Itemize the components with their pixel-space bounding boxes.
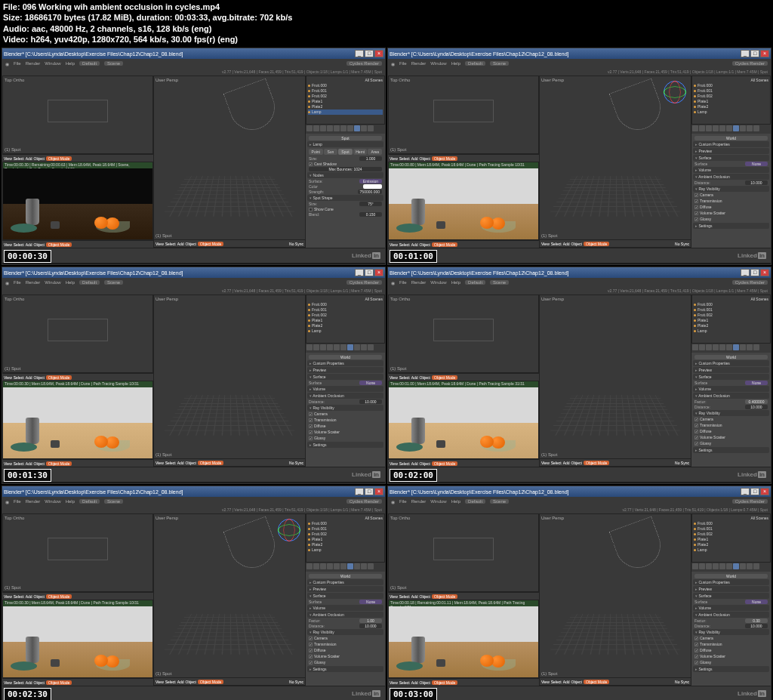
props-tab-icon[interactable] <box>306 563 313 569</box>
outliner-item[interactable]: Fruit.001 <box>308 88 383 94</box>
glossy-check[interactable]: Glossy <box>694 217 731 221</box>
ray-vis-panel[interactable]: Ray Visibility <box>307 629 383 635</box>
outliner[interactable]: All Scenes Fruit.000Fruit.001Fruit.002Pl… <box>691 76 771 125</box>
layout-selector[interactable]: Default <box>465 61 485 66</box>
no-sync[interactable]: No Sync <box>675 461 689 465</box>
ao-panel[interactable]: Ambient Occlusion <box>693 174 769 180</box>
props-tab-icon[interactable] <box>361 563 367 569</box>
surface-value[interactable]: None <box>745 600 768 604</box>
no-sync[interactable]: No Sync <box>675 680 689 684</box>
preview-panel[interactable]: Preview <box>693 367 769 373</box>
all-scenes-filter[interactable]: All Scenes <box>750 78 768 83</box>
outliner-item[interactable]: Fruit.002 <box>694 313 768 318</box>
props-tab-icon[interactable] <box>740 344 746 350</box>
menu-help[interactable]: Help <box>451 499 460 504</box>
max-bounces[interactable]: Max Bounces: 1024 <box>309 167 382 171</box>
menu-file[interactable]: File <box>399 280 407 285</box>
props-tab-icon[interactable] <box>747 125 753 131</box>
vmenu-select[interactable]: Select <box>14 375 24 380</box>
outliner[interactable]: All Scenes Fruit.000Fruit.001Fruit.002Pl… <box>691 294 771 344</box>
menu-file[interactable]: File <box>14 499 21 504</box>
menu-help[interactable]: Help <box>451 61 460 66</box>
outliner-item[interactable]: Fruit.000 <box>694 83 768 88</box>
top-ortho-viewport[interactable]: Top Ortho (1) Spot <box>2 76 153 154</box>
props-tab-icon[interactable] <box>361 125 367 131</box>
outliner-item[interactable]: Lamp <box>308 547 383 553</box>
ao-panel[interactable]: Ambient Occlusion <box>693 393 769 399</box>
user-persp-viewport[interactable]: User Persp (1) Spot ViewSelectAddObject … <box>539 76 691 248</box>
vmenu2-view[interactable]: View <box>4 461 12 466</box>
all-scenes-filter[interactable]: All Scenes <box>750 297 768 302</box>
props-tab-icon[interactable] <box>368 344 374 350</box>
vmenu2-add[interactable]: Add <box>411 461 418 466</box>
no-sync[interactable]: No Sync <box>289 680 303 684</box>
vmenu-add[interactable]: Add <box>26 156 32 161</box>
outliner-item[interactable]: Plate2 <box>694 104 768 109</box>
object-mode-selector[interactable]: Object Mode <box>198 680 223 684</box>
object-mode-selector[interactable]: Object Mode <box>432 594 457 599</box>
top-ortho-viewport[interactable]: Top Ortho (1) Spot <box>388 76 539 154</box>
props-tab-icon[interactable] <box>706 563 712 569</box>
camera-check[interactable]: Camera <box>694 636 731 640</box>
maximize-button[interactable]: □ <box>750 488 759 495</box>
distance-value[interactable]: 10.000 <box>359 624 382 628</box>
top-ortho-viewport[interactable]: Top Ortho (1) Spot <box>2 513 153 592</box>
layout-selector[interactable]: Default <box>79 61 100 66</box>
object-mode-selector[interactable]: Object Mode <box>46 156 72 161</box>
vmenu-add[interactable]: Add <box>411 156 418 161</box>
outliner-item[interactable]: Plate2 <box>308 104 383 109</box>
props-tab-icon[interactable] <box>719 125 725 131</box>
maximize-button[interactable]: □ <box>750 269 759 276</box>
volume-panel[interactable]: Volume <box>693 605 769 611</box>
menu-window[interactable]: Window <box>45 499 60 504</box>
outliner-item[interactable]: Plate1 <box>308 318 383 323</box>
custom-props-panel[interactable]: Custom Properties <box>307 360 383 366</box>
vmenu2-view[interactable]: View <box>4 680 12 685</box>
props-tab-icon[interactable] <box>368 563 374 569</box>
top-ortho-viewport[interactable]: Top Ortho (1) Spot <box>388 294 539 373</box>
settings-panel[interactable]: Settings <box>693 666 769 672</box>
vmenu-add[interactable]: Add <box>26 375 32 380</box>
no-sync[interactable]: No Sync <box>289 242 303 246</box>
vmenu-add[interactable]: Add <box>411 375 418 380</box>
outliner-item[interactable]: Fruit.000 <box>694 521 768 526</box>
surface-panel[interactable]: Surface <box>693 155 769 161</box>
rotation-gizmo-icon[interactable] <box>664 81 686 103</box>
factor-value[interactable]: 0.400000 <box>745 399 768 404</box>
props-tab-icon[interactable] <box>354 563 360 569</box>
settings-panel[interactable]: Settings <box>693 223 769 229</box>
object-mode-selector[interactable]: Object Mode <box>46 680 72 685</box>
vmenu-select[interactable]: Select <box>14 156 24 161</box>
user-persp-viewport[interactable]: User Persp (1) Spot ViewSelectAddObject … <box>539 294 691 467</box>
glossy-check[interactable]: Glossy <box>309 660 345 665</box>
props-tab-icon[interactable] <box>327 344 333 350</box>
surface-panel[interactable]: Surface <box>693 593 769 599</box>
menu-file[interactable]: File <box>14 61 21 66</box>
surface-value[interactable]: None <box>359 381 382 385</box>
volume-scatter-check[interactable]: Volume Scatter <box>309 654 345 658</box>
outliner-item[interactable]: Plate1 <box>308 99 383 104</box>
vmenu-select[interactable]: Select <box>399 156 410 161</box>
vmenu2-object[interactable]: Object <box>420 242 430 247</box>
transmission-check[interactable]: Transmission <box>694 642 731 646</box>
vmenu-select[interactable]: Select <box>14 594 24 599</box>
no-sync[interactable]: No Sync <box>675 242 689 246</box>
outliner-item[interactable]: Fruit.001 <box>694 526 768 532</box>
settings-panel[interactable]: Settings <box>307 442 383 448</box>
surface-panel[interactable]: Surface <box>307 593 383 599</box>
props-tab-icon[interactable] <box>740 563 746 569</box>
props-tab-icon[interactable] <box>740 125 746 131</box>
menu-file[interactable]: File <box>399 61 407 66</box>
props-tab-icon[interactable] <box>699 125 705 131</box>
outliner[interactable]: All Scenes Fruit.000Fruit.001Fruit.002Pl… <box>306 513 385 563</box>
menu-render[interactable]: Render <box>26 280 41 285</box>
props-tab-icon[interactable] <box>726 563 732 569</box>
scene-selector[interactable]: Scene <box>104 280 123 285</box>
outliner-item[interactable]: Plate1 <box>694 318 768 323</box>
props-tab-icon[interactable] <box>692 344 698 350</box>
props-tab-icon[interactable] <box>726 344 732 350</box>
scene-selector[interactable]: Scene <box>490 280 509 285</box>
all-scenes-filter[interactable]: All Scenes <box>365 78 383 83</box>
blender-icon[interactable]: ◉ <box>391 61 395 66</box>
vmenu2-select[interactable]: Select <box>399 680 410 685</box>
